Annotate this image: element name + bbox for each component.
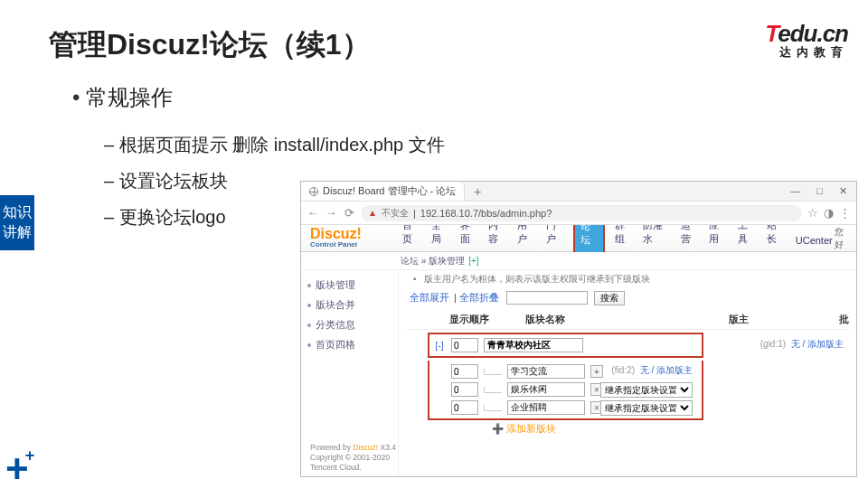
order-input-1[interactable]	[451, 364, 478, 379]
discuz-brand: Discuz! Control Panel	[310, 227, 362, 249]
forward-button[interactable]: →	[325, 206, 337, 220]
bullet-main: 常规操作	[72, 83, 173, 112]
tree-line-icon	[484, 369, 502, 375]
window-maximize-icon[interactable]: □	[816, 185, 823, 197]
nav-item-4[interactable]: 用户	[515, 225, 536, 251]
gid-1: (fid:2)	[612, 365, 636, 375]
expand-all-link[interactable]: 全部展开	[410, 292, 449, 303]
tab-title: Discuz! Board 管理中心 - 论坛	[323, 184, 456, 198]
head-name: 版块名称	[525, 314, 565, 326]
warning-icon: ▲	[368, 208, 377, 218]
browser-tab[interactable]: Discuz! Board 管理中心 - 论坛	[301, 182, 465, 201]
nav-item-5[interactable]: 门户	[544, 225, 565, 251]
nav-item-1[interactable]: 全局	[429, 225, 450, 251]
sidebar-item-0[interactable]: 版块管理	[301, 276, 398, 296]
hello-text: 您好	[835, 226, 856, 251]
browser-window: Discuz! Board 管理中心 - 论坛 + — □ ✕ ← → ⟳ ▲ …	[300, 181, 857, 477]
head-owner: 版主	[729, 314, 749, 326]
sidebar: 版块管理版块合并分类信息首页四格 Powered by Discuz! X3.4…	[301, 270, 399, 476]
add-new-label: 添加新版块	[506, 423, 556, 434]
owner-link-0[interactable]: 无 / 添加版主	[791, 339, 844, 349]
expand-line: 全部展开 | 全部折叠 搜索	[410, 291, 849, 305]
nav-item-0[interactable]: 首页	[401, 225, 421, 251]
tree-line-icon	[484, 405, 502, 411]
url-text: 192.168.10.7/bbs/admin.php?	[420, 208, 552, 219]
search-button[interactable]: 搜索	[594, 291, 625, 305]
reload-button[interactable]: ⟳	[343, 206, 355, 220]
nav-item-10[interactable]: 应用	[707, 225, 728, 251]
add-child-button[interactable]: +	[590, 365, 603, 378]
sub-1: 根据页面提示 删除 install/index.php 文件	[104, 127, 445, 163]
titlebar: Discuz! Board 管理中心 - 论坛 + — □ ✕	[301, 182, 856, 202]
search-input[interactable]	[506, 291, 588, 305]
order-input-3[interactable]	[451, 400, 478, 415]
forum-row-0: [-]	[433, 336, 698, 354]
crumb-text: 论坛 » 版块管理	[401, 255, 465, 267]
name-input-2[interactable]	[507, 382, 585, 397]
inherit-select-2[interactable]: 继承指定版块设置	[600, 382, 693, 398]
nav-item-12[interactable]: 站长	[765, 225, 786, 251]
owner-link-1[interactable]: 无 / 添加版主	[640, 365, 693, 375]
nav-item-2[interactable]: 界面	[458, 225, 479, 251]
corner-decor: ++	[5, 457, 38, 483]
address-bar: ← → ⟳ ▲ 不安全 | 192.168.10.7/bbs/admin.php…	[301, 202, 856, 225]
url-field[interactable]: ▲ 不安全 | 192.168.10.7/bbs/admin.php?	[361, 205, 802, 221]
bookmark-icon[interactable]: ☆	[807, 206, 818, 220]
footer-l1: Powered by	[310, 443, 353, 452]
brand-logo: Tedu.cn 达内教育	[765, 20, 848, 61]
nav-item-9[interactable]: 运营	[679, 225, 700, 251]
highlight-box-2: + (fid:2) 无 / 添加版主	[428, 361, 703, 420]
slide-title: 管理Discuz!论坛（续1）	[49, 25, 371, 65]
tree-line-icon	[484, 387, 502, 393]
window-minimize-icon[interactable]: —	[790, 185, 800, 197]
logo-rest: edu.cn	[778, 20, 848, 47]
footer: Powered by Discuz! X3.4 Copyright © 2001…	[310, 443, 401, 473]
nav-item-13[interactable]: UCenter	[794, 230, 835, 251]
nav-item-11[interactable]: 工具	[736, 225, 757, 251]
content: 版主用户名为粗体，则表示该版主权限可继承到下级版块 全部展开 | 全部折叠 搜索…	[399, 270, 856, 476]
plus-icon: ➕	[492, 423, 504, 434]
side-tab: 知识讲解	[0, 195, 34, 250]
back-button[interactable]: ←	[307, 206, 319, 220]
brand-main: Discuz!	[310, 227, 362, 241]
collapse-toggle[interactable]: [-]	[433, 340, 446, 351]
sidebar-item-1[interactable]: 版块合并	[301, 296, 398, 315]
tip: 版主用户名为粗体，则表示该版主权限可继承到下级版块	[406, 274, 849, 286]
window-close-icon[interactable]: ✕	[839, 185, 847, 197]
nav-item-3[interactable]: 内容	[486, 225, 507, 251]
name-input-0[interactable]	[484, 338, 583, 352]
order-input-0[interactable]	[451, 338, 478, 352]
globe-icon	[309, 187, 318, 196]
inherit-select-3[interactable]: 继承指定版块设置	[600, 400, 693, 416]
head-batch: 批	[839, 314, 849, 326]
sidebar-item-2[interactable]: 分类信息	[301, 315, 398, 335]
breadcrumb: 论坛 » 版块管理 [+]	[301, 252, 856, 270]
top-nav: Discuz! Control Panel 首页全局界面内容用户门户论坛群组防灌…	[301, 225, 856, 252]
name-input-1[interactable]	[507, 364, 585, 379]
collapse-all-link[interactable]: 全部折叠	[459, 292, 499, 303]
brand-sub: Control Panel	[310, 241, 362, 249]
sidebar-item-3[interactable]: 首页四格	[301, 335, 398, 355]
new-tab-button[interactable]: +	[474, 184, 481, 199]
nav-item-6[interactable]: 论坛	[573, 225, 605, 252]
crumb-expand[interactable]: [+]	[468, 256, 478, 266]
gid-0: (gid:1)	[760, 339, 786, 349]
menu-icon[interactable]: ⋮	[839, 206, 851, 220]
insecure-label: 不安全	[382, 207, 409, 220]
footer-l3: Tencent Cloud.	[310, 463, 401, 473]
head-order: 显示顺序	[449, 314, 489, 326]
highlight-box: [-]	[428, 333, 703, 358]
logo-t: T	[765, 20, 778, 47]
nav-item-8[interactable]: 防灌水	[641, 225, 670, 251]
add-new-forum[interactable]: ➕ 添加新版块	[406, 423, 849, 436]
footer-l2: Copyright © 2001-2020	[310, 453, 401, 463]
nav-item-7[interactable]: 群组	[613, 225, 634, 251]
order-input-2[interactable]	[451, 382, 478, 397]
profile-icon[interactable]: ◑	[824, 206, 834, 220]
table-head: 显示顺序 版块名称 版主 批	[406, 311, 849, 330]
name-input-3[interactable]	[507, 400, 585, 415]
